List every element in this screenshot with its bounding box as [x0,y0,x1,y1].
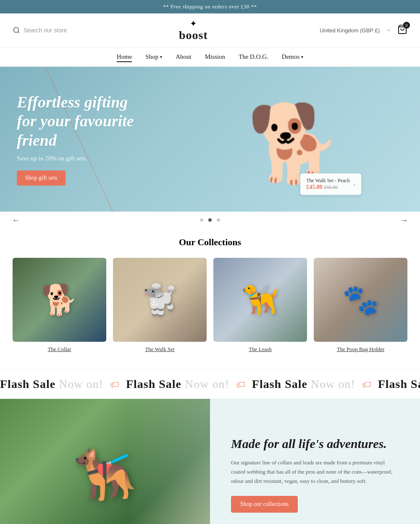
collection-item-collar[interactable]: 🐕 The Collar [13,258,106,353]
hero-product-name: The Walk Set - Peach [306,178,349,184]
tag-icon-1: 🏷 [110,380,119,390]
hero-product-info: The Walk Set - Peach £45.00 £56.00 [306,178,349,191]
slider-dot-2[interactable] [208,218,212,222]
hero-shop-button[interactable]: Shop gift sets [17,170,66,186]
hero-product-card[interactable]: The Walk Set - Peach £45.00 £56.00 › [300,173,361,195]
flash-sale-label-1: Flash Sale [0,377,55,390]
collections-grid: 🐕 The Collar 🐩 The Walk Set 🦮 The Leash … [13,258,407,353]
search-icon [13,26,20,34]
nav-home[interactable]: Home [117,53,132,60]
demos-dropdown-icon: ▾ [301,55,303,59]
collection-item-leash[interactable]: 🦮 The Leash [213,258,307,353]
slider-next-button[interactable]: → [396,212,412,228]
flash-sale-label-7: Flash Sale [378,377,420,390]
collection-item-walkset[interactable]: 🐩 The Walk Set [113,258,207,353]
collection-img-walkset: 🐩 [113,258,207,342]
navigation: Home Shop ▾ About Mission The D.O.G. Dem… [0,47,420,67]
cart-button[interactable]: 0 [397,24,407,36]
shop-collections-button[interactable]: Shop our collections [231,496,298,513]
collection-name-leash[interactable]: The Leash [213,346,307,353]
walkset-emoji: 🐩 [142,283,178,317]
tag-icon-2: 🏷 [236,380,245,390]
hero-title: Effortless gifting for your favourite fr… [17,93,151,150]
nav-shop[interactable]: Shop ▾ [145,53,162,60]
adventure-description: Our signature line of collars and leads … [231,458,399,486]
hero-subtitle: Save up to 20% on gift sets [17,155,151,162]
hero-product-arrow: › [353,181,355,188]
hero-content: Effortless gifting for your favourite fr… [17,93,151,186]
hero-section: Effortless gifting for your favourite fr… [0,67,420,212]
flash-sale-banner: Flash Sale Now on! 🏷 Flash Sale Now on! … [0,369,420,399]
svg-point-0 [13,27,18,32]
slider-controls: ← → [0,212,420,228]
shop-dropdown-icon: ▾ [160,55,162,59]
header: Search our store ✦ boost United Kingdom … [0,13,420,47]
banner-text: ** Free shipping on orders over £30 ** [163,3,257,10]
collection-img-leash: 🦮 [213,258,307,342]
chevron-down-icon [386,28,391,33]
nav-mission[interactable]: Mission [205,53,225,60]
slider-dot-3[interactable] [217,218,220,222]
collection-img-collar: 🐕 [13,258,106,342]
nav-the-dog[interactable]: The D.O.G. [239,53,268,60]
collections-title: Our Collections [13,237,407,248]
slider-dot-1[interactable] [200,218,203,222]
hero-product-price: £45.00 [306,184,323,190]
collection-name-poop-bag[interactable]: The Poop Bag Holder [314,346,407,353]
tag-icon-3: 🏷 [362,380,371,390]
leash-emoji: 🦮 [242,283,278,317]
region-selector[interactable]: United Kingdom (GBP £) [320,27,380,34]
logo-icon: ✦ [67,18,320,29]
flash-sale-label-2: Now on! [59,377,103,390]
flash-sale-label-6: Now on! [311,377,355,390]
flash-sale-label-5: Flash Sale [252,377,307,390]
nav-demos[interactable]: Demos ▾ [282,53,304,60]
collection-name-collar[interactable]: The Collar [13,346,106,353]
poop-bag-emoji: 🐾 [342,283,379,317]
flash-sale-text: Flash Sale Now on! 🏷 Flash Sale Now on! … [0,377,420,391]
top-banner: ** Free shipping on orders over £30 ** [0,0,420,13]
collections-section: Our Collections 🐕 The Collar 🐩 The Walk … [0,228,420,369]
cart-count: 0 [403,22,410,29]
adventure-dog-emoji: 🐕‍🦺 [74,445,136,504]
header-right: United Kingdom (GBP £) 0 [320,24,407,36]
adventure-content: Made for all life's adventures. Our sign… [210,399,420,524]
logo[interactable]: ✦ boost [67,18,320,42]
search-area[interactable]: Search our store [13,26,67,34]
hero-product-old-price: £56.00 [324,184,338,190]
adventure-title: Made for all life's adventures. [231,436,399,451]
logo-text: boost [179,29,208,42]
hero-product-prices: £45.00 £56.00 [306,184,349,191]
collection-item-poop-bag[interactable]: 🐾 The Poop Bag Holder [314,258,407,353]
collar-emoji: 🐕 [41,283,78,317]
search-placeholder: Search our store [24,27,67,34]
svg-line-1 [18,31,19,33]
flash-sale-label-3: Flash Sale [126,377,181,390]
hero-image: 🐕 [176,67,412,212]
flash-sale-label-4: Now on! [185,377,229,390]
slider-prev-button[interactable]: ← [8,212,24,228]
nav-about[interactable]: About [176,53,192,60]
adventure-image: 🐕‍🦺 [0,399,210,524]
collection-img-poop-bag: 🐾 [314,258,407,342]
adventure-section: 🐕‍🦺 Made for all life's adventures. Our … [0,399,420,524]
collection-name-walkset[interactable]: The Walk Set [113,346,207,353]
